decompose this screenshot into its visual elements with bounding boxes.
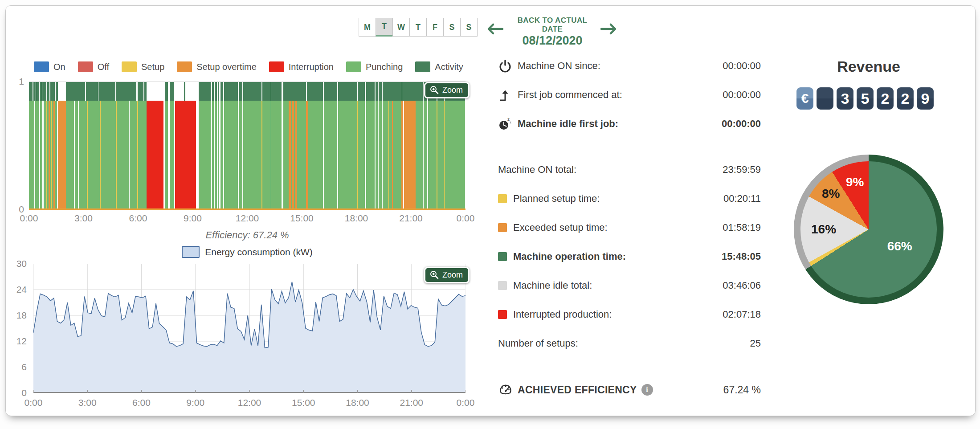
day-cell-2[interactable]: W xyxy=(392,18,410,37)
segment-activity xyxy=(42,82,47,101)
day-cell-0[interactable]: M xyxy=(359,18,376,37)
x-tick-label: 6:00 xyxy=(132,397,151,408)
x-tick-label: 15:00 xyxy=(290,213,314,224)
segment-activity xyxy=(170,82,174,101)
segment-gap xyxy=(147,82,163,101)
segment-punching xyxy=(338,101,357,208)
segment-punching xyxy=(44,101,47,208)
stat-label: Machine operation time: xyxy=(513,251,722,262)
segment-punching xyxy=(227,101,238,208)
stat-value: 00:00:00 xyxy=(723,89,761,101)
stat-swatch-idle_gray xyxy=(498,281,507,290)
legend-label: Off xyxy=(98,62,109,72)
stat-value: 15:48:05 xyxy=(722,251,761,262)
y-tick-label: 12 xyxy=(16,336,27,347)
x-tick-label: 9:00 xyxy=(184,213,202,224)
stat-label: Machine idle first job: xyxy=(518,118,722,130)
timeline-zoom-button[interactable]: Zoom xyxy=(424,82,470,98)
efficiency-caption: Efficiency: 67.24 % xyxy=(118,229,376,241)
segment-punching xyxy=(383,101,388,208)
pie-label: 66% xyxy=(887,239,912,253)
pie-label: 8% xyxy=(822,187,840,201)
legend-item-interruption: Interruption xyxy=(269,61,334,72)
segment-punching xyxy=(428,101,437,208)
segment-activity xyxy=(338,82,357,101)
timeline-status-track xyxy=(29,101,466,208)
segment-punching xyxy=(396,101,402,208)
next-day-arrow[interactable] xyxy=(600,21,618,38)
segment-interruption xyxy=(147,101,163,208)
day-cell-3[interactable]: T xyxy=(409,18,427,37)
segment-activity xyxy=(29,82,33,101)
segment-punching xyxy=(283,101,289,208)
stat-label: Machine ON since: xyxy=(518,60,723,72)
stat-swatch-setup_overtime xyxy=(498,223,507,232)
back-to-actual-date[interactable]: BACK TO ACTUAL DATE 08/12/2020 xyxy=(508,16,597,48)
pie-label: 9% xyxy=(846,175,864,189)
segment-punching xyxy=(416,101,423,208)
segment-activity xyxy=(243,82,247,101)
x-tick-label: 3:00 xyxy=(78,397,97,408)
stat-row: Machine ON total:23:59:59 xyxy=(498,162,761,177)
segment-punching xyxy=(358,101,365,208)
segment-punching xyxy=(389,101,392,208)
currency-tile: € xyxy=(796,87,813,110)
y-tick-label: 1 xyxy=(19,76,24,87)
prev-day-arrow[interactable] xyxy=(486,21,504,38)
legend-item-setup: Setup xyxy=(122,61,164,72)
segment-punching xyxy=(138,101,146,208)
segment-punching xyxy=(366,101,375,208)
segment-activity xyxy=(36,82,39,101)
day-cell-1[interactable]: T xyxy=(376,18,393,37)
energy-x-axis: 0:003:006:009:0012:0015:0018:0021:000:00 xyxy=(33,397,466,409)
legend-swatch-setup_overtime xyxy=(177,61,192,72)
stat-value: 23:59:59 xyxy=(723,164,761,176)
legend-label: Interruption xyxy=(289,62,334,72)
legend-swatch-punching xyxy=(346,61,361,72)
segment-punching xyxy=(308,101,323,208)
day-cell-6[interactable]: S xyxy=(460,18,478,37)
x-tick-label: 3:00 xyxy=(74,213,93,224)
y-tick-label: 18 xyxy=(16,310,27,321)
stat-label: Exceeded setup time: xyxy=(513,222,723,233)
segment-activity xyxy=(262,82,271,101)
segment-punching xyxy=(453,101,465,208)
segment-activity xyxy=(199,82,211,101)
svg-text:z: z xyxy=(510,120,511,124)
segment-activity xyxy=(388,82,402,101)
revenue-title: Revenue xyxy=(797,58,940,75)
info-icon[interactable]: i xyxy=(641,384,653,396)
segment-punching xyxy=(224,101,227,208)
legend-swatch-activity xyxy=(415,61,430,72)
legend-label: Setup overtime xyxy=(196,62,257,72)
stat-label: Interrupted production: xyxy=(513,309,723,320)
segment-punching xyxy=(297,101,306,208)
stat-row: Exceeded setup time:01:58:19 xyxy=(498,220,761,235)
dashboard: MTWTFSS BACK TO ACTUAL DATE 08/12/2020 O… xyxy=(0,0,980,429)
segment-setup-overtime xyxy=(58,101,66,208)
segment-punching xyxy=(165,101,168,208)
day-cell-5[interactable]: S xyxy=(443,18,461,37)
segment-punching xyxy=(35,101,39,208)
stat-swatch-activity xyxy=(498,252,507,261)
digit-tile: 5 xyxy=(857,87,874,110)
digit-tile: 3 xyxy=(837,87,853,110)
day-cell-4[interactable]: F xyxy=(426,18,444,37)
legend-item-punching: Punching xyxy=(346,61,403,72)
stats-panel: ACHIEVED EFFICIENCY i 67.24 % Machine ON… xyxy=(498,53,761,400)
x-tick-label: 21:00 xyxy=(399,213,423,224)
segment-activity xyxy=(247,82,262,101)
segment-punching xyxy=(445,101,453,208)
segment-punching xyxy=(75,101,78,208)
stat-label: Machine idle total: xyxy=(513,280,723,291)
energy-zoom-button[interactable]: Zoom xyxy=(424,267,470,283)
y-tick-label: 24 xyxy=(16,284,27,295)
stat-label: Planned setup time: xyxy=(513,193,723,204)
x-tick-label: 6:00 xyxy=(129,213,147,224)
legend-label: Setup xyxy=(141,62,164,72)
idle-clock-icon: zz xyxy=(498,117,518,131)
stat-row: Machine ON since:00:00:00 xyxy=(498,58,761,74)
stat-value: 00:00:00 xyxy=(722,118,761,130)
timeline-bottom-axis xyxy=(29,208,466,210)
stat-label: Number of setups: xyxy=(498,338,750,349)
